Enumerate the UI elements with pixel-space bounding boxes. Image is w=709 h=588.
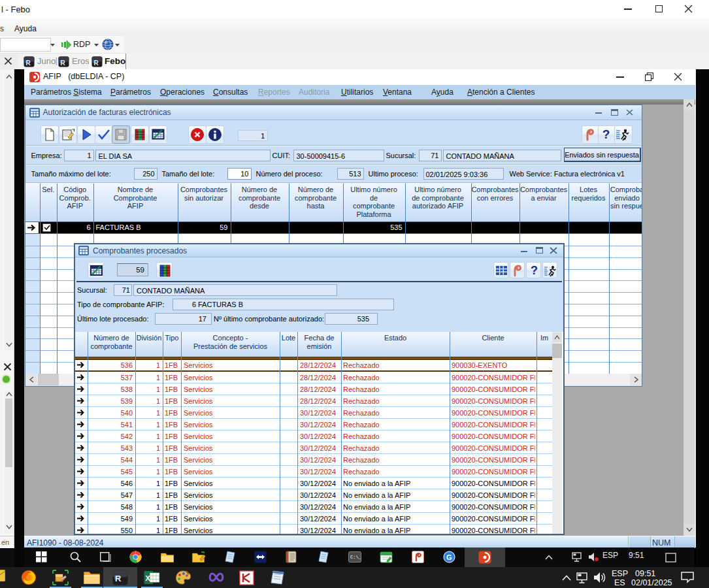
svg-text:C:\_: C:\_ — [350, 555, 361, 560]
svg-text:R: R — [26, 59, 31, 67]
svg-text:G: G — [446, 553, 452, 561]
svg-text:R: R — [115, 574, 122, 583]
svg-text:X: X — [146, 574, 151, 582]
svg-text:R: R — [94, 59, 99, 67]
svg-text:R: R — [61, 59, 66, 67]
